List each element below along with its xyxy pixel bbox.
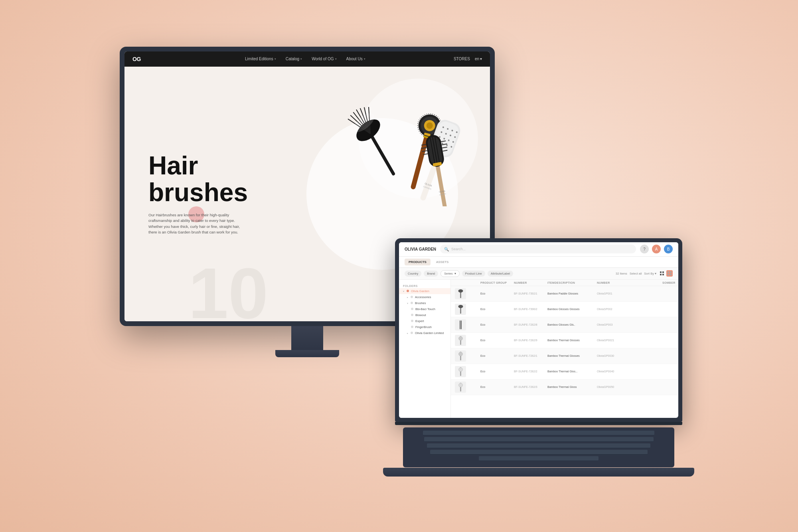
td-number: BF-SUNFE-7282/2	[514, 370, 546, 373]
filter-series[interactable]: Series ▾	[440, 270, 459, 277]
select-all-button[interactable]: Select all	[630, 272, 642, 275]
nav-link-catalog[interactable]: Catalog ▾	[286, 57, 302, 61]
product-thumbnail	[455, 350, 466, 362]
td-desc: Bamboo Glosses Glosses	[547, 308, 595, 310]
td-number: BF-SUNFE-7282/3	[514, 386, 546, 388]
sidebar-label: Brushes	[415, 301, 426, 305]
td-num2: OliviaGP003	[597, 323, 661, 326]
chevron-icon: ▾	[407, 302, 408, 305]
sort-by-label: 32 Items	[616, 272, 627, 275]
monitor-nav-links: Limited Editions ▾ Catalog ▾ World of OG…	[157, 57, 454, 61]
product-thumbnail	[455, 288, 466, 299]
language-selector[interactable]: en ▾	[475, 57, 482, 61]
th-image	[455, 281, 479, 284]
key-row	[406, 443, 671, 448]
search-bar[interactable]: 🔍 Search...	[440, 245, 636, 253]
filter-country[interactable]: Country	[405, 271, 421, 277]
sidebar-label: Accessories	[415, 295, 431, 299]
chevron-icon: ▸	[407, 332, 408, 334]
user-avatar-a[interactable]: A	[652, 245, 661, 253]
help-icon-button[interactable]: ?	[640, 245, 649, 253]
app-header: OLIVIA GARDEN 🔍 Search... ? A B	[399, 242, 678, 257]
app-logo: OLIVIA GARDEN	[405, 247, 436, 251]
chevron-down-icon: ▾	[454, 272, 456, 275]
product-thumb-cell	[455, 319, 479, 330]
table-row[interactable]: Eco BF-SUNFE-7282/8 Bamboo Glosses Gls..…	[451, 317, 678, 333]
product-thumb-cell	[455, 335, 479, 346]
sidebar-item-olivia-garden[interactable]: ▾ Olivia Garden	[399, 288, 450, 294]
key-row	[406, 450, 671, 455]
product-thumb-cell	[455, 304, 479, 315]
td-num2: OliviaSP001	[597, 292, 661, 295]
chevron-icon: ▾	[335, 57, 337, 61]
th-number: Number	[514, 281, 546, 284]
keyboard-spacebar	[479, 456, 598, 461]
sort-by-button[interactable]: Sort By ▾	[644, 272, 656, 275]
tab-products[interactable]: PRODUCTS	[405, 259, 431, 265]
sidebar-label: Bbi-Baci Touch	[415, 307, 435, 311]
sidebar-item-bbibaci[interactable]: Bbi-Baci Touch	[399, 306, 450, 312]
table-row[interactable]: Eco BF-SUNFE-7396/2 Bamboo Glosses Gloss…	[451, 302, 678, 317]
sidebar-item-accessories[interactable]: ▸ Accessories	[399, 294, 450, 300]
laptop-keyboard	[403, 427, 674, 467]
sidebar-item-limited[interactable]: ▸ Olivia Garden Limited	[399, 330, 450, 336]
hero-description: Our Hairbrushes are known for their high…	[148, 212, 244, 235]
td-num2: OliviaGP0040	[597, 370, 661, 373]
sidebar-item-brushes[interactable]: ▾ Brushes	[399, 300, 450, 306]
filter-attribute[interactable]: Attribute/Label	[488, 271, 513, 277]
td-group: Eco	[480, 292, 512, 295]
filter-brand[interactable]: Brand	[424, 271, 438, 277]
td-desc: Bamboo Thermal Glosses	[547, 354, 595, 357]
folder-icon	[411, 326, 413, 328]
chevron-icon: ▾	[364, 57, 365, 61]
th-number2: Number	[597, 281, 661, 284]
laptop-hinge	[395, 422, 682, 425]
svg-point-63	[458, 305, 463, 308]
nav-link-world[interactable]: World of OG ▾	[312, 57, 336, 61]
laptop-bottom	[383, 468, 694, 477]
svg-point-61	[458, 289, 463, 293]
table-row[interactable]: Eco BF-SUNFE-7282/9 Bamboo Thermal Gloss…	[451, 333, 678, 348]
td-group: Eco	[480, 308, 512, 310]
table-row[interactable]: Eco BF-SUNFE-7282/1 Bamboo Thermal Gloss…	[451, 348, 678, 364]
sidebar-label: Olivia Garden	[411, 289, 429, 293]
th-desc: ItemDescription	[547, 281, 595, 284]
folder-icon	[411, 308, 413, 310]
td-group: Eco	[480, 339, 512, 342]
keyboard-key	[424, 437, 654, 442]
tab-assets[interactable]: ASSETS	[432, 259, 453, 265]
laptop-base	[383, 422, 694, 486]
grid-view-button[interactable]	[666, 270, 673, 277]
td-num2: OliviaGP0021	[597, 339, 661, 342]
td-desc: Bamboo Thermal Glos...	[547, 370, 595, 373]
nav-link-limited-editions[interactable]: Limited Editions ▾	[245, 57, 276, 61]
folder-icon	[411, 314, 413, 316]
sidebar-item-blowout[interactable]: Blowout	[399, 312, 450, 318]
keyboard-key	[423, 431, 654, 435]
table-row[interactable]: Eco BF-SUNFE-7282/3 Bamboo Thermal Gloss…	[451, 380, 678, 395]
td-number: BF-SUNFE-7396/2	[514, 308, 546, 310]
user-avatar-b[interactable]: B	[664, 245, 673, 253]
folder-icon	[411, 302, 413, 304]
folders-title: Folders	[399, 283, 450, 288]
keyboard-rows	[403, 427, 674, 464]
nav-link-about[interactable]: About Us ▾	[346, 57, 365, 61]
app-table-area: Product group Number ItemDescription Num…	[451, 280, 678, 418]
filter-right: 32 Items Select all Sort By ▾	[616, 270, 673, 277]
table-row[interactable]: Eco BF-SUNFE-7392/1 Bamboo Paddle Glosse…	[451, 286, 678, 302]
td-num2: OliviaGP0030	[597, 354, 661, 357]
td-desc: Bamboo Thermal Gloss	[547, 386, 595, 388]
product-thumb-cell	[455, 382, 479, 393]
sidebar-item-expert[interactable]: Expert	[399, 318, 450, 324]
sidebar-item-fingerbrush[interactable]: FingerBrush	[399, 324, 450, 330]
td-number: BF-SUNFE-7282/8	[514, 323, 546, 326]
filter-product-line[interactable]: Product Line	[462, 271, 485, 277]
chevron-icon: ▾	[403, 290, 404, 293]
svg-point-0	[358, 79, 478, 198]
key-row	[406, 456, 671, 461]
monitor-navbar: OG Limited Editions ▾ Catalog ▾ World of…	[124, 51, 490, 67]
table-row[interactable]: Eco BF-SUNFE-7282/2 Bamboo Thermal Glos.…	[451, 364, 678, 380]
stores-link[interactable]: STORES	[454, 57, 470, 61]
keyboard-key	[427, 443, 650, 448]
list-view-button[interactable]	[659, 270, 665, 277]
